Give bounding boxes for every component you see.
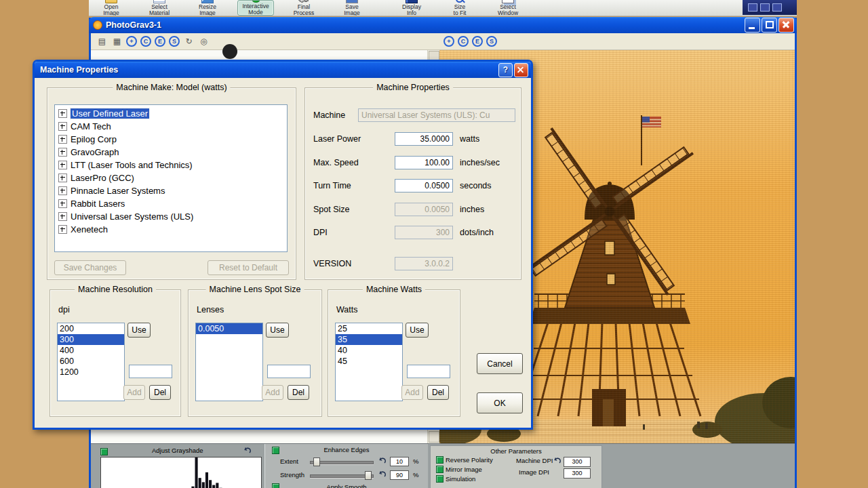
del-button[interactable]: Del [288, 385, 309, 400]
field-label: VERSION [313, 259, 351, 268]
grayshade-histogram[interactable] [100, 457, 262, 488]
toolbar-button-final-process[interactable]: FinalProcess [285, 0, 322, 16]
minimize-button[interactable] [745, 18, 760, 33]
zoom-s-icon[interactable]: S [486, 36, 497, 47]
new-watts-input[interactable] [407, 365, 450, 378]
undo-icon[interactable] [379, 457, 387, 464]
toolbar-button-open-image[interactable]: OpenImage [93, 0, 130, 16]
refresh-icon[interactable]: ↻ [183, 36, 195, 47]
tree-item[interactable]: CAM Tech [55, 120, 287, 133]
dialog-close-button[interactable] [514, 63, 528, 77]
toolbar-button-size-to-fit[interactable]: Sizeto Fit [441, 0, 478, 16]
ok-button[interactable]: OK [477, 392, 523, 413]
toolbar-button-interactive-mode[interactable]: InteractiveMode [237, 0, 274, 16]
list-item[interactable]: 25 [336, 323, 402, 334]
list-label: Watts [336, 305, 357, 314]
undo-icon[interactable] [554, 457, 561, 464]
extent-slider[interactable] [310, 458, 374, 466]
zoom-s-icon[interactable]: S [169, 36, 180, 47]
tree-expand-icon[interactable] [58, 186, 67, 195]
strength-slider-thumb[interactable] [365, 471, 372, 480]
target-icon[interactable]: ◎ [198, 36, 210, 47]
use-button[interactable]: Use [266, 323, 289, 338]
tree-expand-icon[interactable] [58, 199, 67, 208]
list-item[interactable]: 200 [58, 323, 124, 334]
list-item[interactable]: 0.0050 [196, 323, 262, 334]
use-button[interactable]: Use [127, 323, 151, 338]
del-button[interactable]: Del [149, 385, 171, 400]
open-image-icon [105, 0, 117, 3]
tree-item[interactable]: GravoGraph [55, 146, 287, 159]
list-item[interactable]: 600 [58, 356, 124, 367]
field-label: Turn Time [313, 181, 351, 190]
page-icon[interactable]: ▤ [96, 36, 108, 47]
scroll-down-arrow[interactable] [429, 431, 439, 443]
undo-icon[interactable] [244, 447, 252, 454]
restore-button[interactable] [762, 18, 777, 33]
toolbar-button-select-material[interactable]: SelectMaterial [141, 0, 178, 16]
tree-item[interactable]: LTT (Laser Tools and Technics) [55, 159, 287, 171]
watts-listbox[interactable]: 25354045 [335, 323, 403, 401]
use-button[interactable]: Use [406, 323, 429, 338]
tree-item[interactable]: LaserPro (GCC) [55, 171, 287, 184]
tree-item[interactable]: Xenetech [55, 223, 287, 236]
zoom-e-icon[interactable]: E [155, 36, 165, 47]
tree-expand-icon[interactable] [58, 212, 67, 221]
toolbar-button-resize-image[interactable]: ResizeImage [189, 0, 226, 16]
tree-item[interactable]: User Defined Laser [55, 107, 287, 120]
lens-listbox[interactable]: 0.0050 [195, 323, 263, 401]
machine-props-fields: MachineUniversal Laser Systems (ULS): Cu… [305, 88, 521, 279]
tree-item[interactable]: Epilog Corp [55, 133, 287, 146]
undo-icon[interactable] [379, 470, 387, 478]
cancel-button[interactable]: Cancel [477, 353, 523, 374]
toolbar-button-display-info[interactable]: DisplayInfo [393, 0, 430, 16]
tree-expand-icon[interactable] [58, 148, 67, 157]
window-icon[interactable]: ▦ [111, 36, 123, 47]
group-title: Machine Lens Spot Size [206, 285, 304, 294]
laser-power-field[interactable]: 35.0000 [395, 132, 453, 146]
machine-dpi-label: Machine DPI [516, 457, 553, 464]
list-item[interactable]: 1200 [58, 367, 124, 378]
tree-item[interactable]: Rabbit Lasers [55, 197, 287, 210]
close-button[interactable] [778, 18, 794, 33]
image-dpi-value[interactable]: 300 [564, 468, 591, 479]
extent-slider-thumb[interactable] [313, 458, 320, 466]
tree-expand-icon[interactable] [58, 109, 67, 118]
pg-toolbar-left: ▤▦+CES↻◎ [96, 36, 210, 47]
tree-expand-icon[interactable] [58, 174, 67, 182]
toolbar-button-select-window[interactable]: SelectWindow [490, 0, 526, 16]
list-item[interactable]: 45 [336, 356, 402, 367]
list-item[interactable]: 400 [58, 345, 124, 356]
del-button[interactable]: Del [427, 385, 449, 400]
zoom-plus-icon[interactable]: + [443, 36, 454, 47]
strength-slider[interactable] [310, 471, 374, 479]
tree-expand-icon[interactable] [58, 225, 67, 234]
strength-value[interactable]: 90 [390, 470, 409, 480]
tree-item[interactable]: Pinnacle Laser Systems [55, 184, 287, 197]
new-dpi-input[interactable] [129, 365, 172, 378]
list-item[interactable]: 300 [58, 334, 124, 345]
zoom-c-icon[interactable]: C [140, 36, 151, 47]
help-button[interactable]: ? [498, 63, 513, 77]
extent-value[interactable]: 10 [390, 457, 409, 466]
apply-smooth-row: Apply Smooth [265, 483, 428, 488]
tree-expand-icon[interactable] [58, 122, 67, 131]
zoom-c-icon[interactable]: C [458, 36, 469, 47]
tree-item[interactable]: Universal Laser Systems (ULS) [55, 210, 287, 223]
machine-dpi-value[interactable]: 300 [564, 457, 591, 467]
zoom-e-icon[interactable]: E [472, 36, 483, 47]
machine-make-tree[interactable]: User Defined LaserCAM TechEpilog CorpGra… [54, 104, 288, 252]
new-lens-input[interactable] [267, 365, 311, 378]
window-titlebar[interactable]: PhotoGrav3-1 [89, 17, 797, 33]
tree-expand-icon[interactable] [58, 161, 67, 169]
list-item[interactable]: 35 [336, 334, 402, 345]
dpi-listbox[interactable]: 2003004006001200 [57, 323, 125, 401]
turn-time-field[interactable]: 0.0500 [395, 179, 453, 192]
zoom-plus-icon[interactable]: + [126, 36, 137, 47]
tree-expand-icon[interactable] [58, 135, 67, 144]
dialog-titlebar[interactable]: Machine Properties ? [35, 62, 531, 78]
grayshade-indicator[interactable] [100, 448, 108, 455]
max-speed-field[interactable]: 100.00 [395, 156, 453, 169]
toolbar-button-save-image[interactable]: SaveImage [334, 0, 370, 16]
list-item[interactable]: 40 [336, 345, 402, 356]
